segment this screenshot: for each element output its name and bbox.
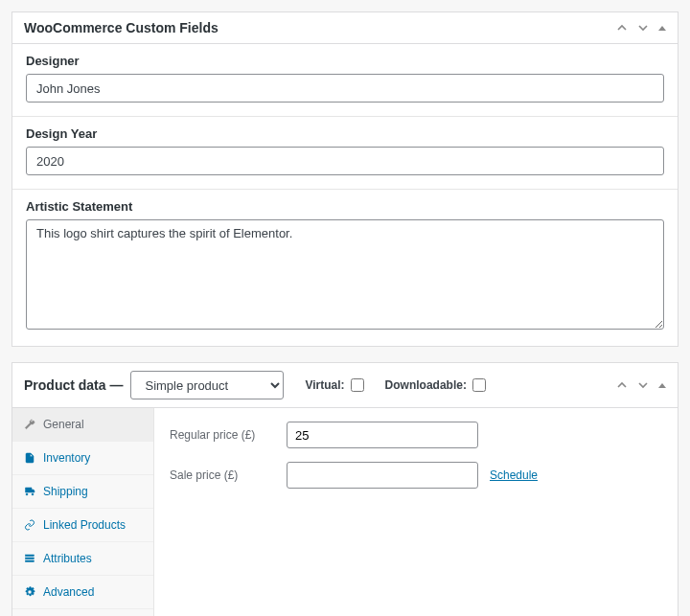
design-year-input[interactable] bbox=[26, 147, 664, 175]
artistic-statement-textarea[interactable]: This logo shirt captures the spirit of E… bbox=[26, 219, 664, 330]
tab-advanced[interactable]: Advanced bbox=[12, 576, 153, 609]
product-data-title-group: Product data — Simple product Virtual: D… bbox=[24, 371, 486, 399]
tab-get-more-options[interactable]: Get more options bbox=[12, 609, 153, 616]
file-icon bbox=[24, 452, 35, 464]
virtual-label: Virtual: bbox=[305, 378, 344, 392]
product-data-body: General Inventory Shipping Linked Produc… bbox=[12, 408, 678, 616]
artistic-statement-label: Artistic Statement bbox=[26, 199, 664, 214]
truck-icon bbox=[24, 486, 35, 497]
tab-inventory-label: Inventory bbox=[43, 451, 90, 465]
tab-linked-products[interactable]: Linked Products bbox=[12, 509, 153, 542]
panel-controls bbox=[616, 22, 666, 34]
designer-label: Designer bbox=[26, 54, 664, 68]
general-tab-content: Regular price (£) Sale price (£) Schedul… bbox=[154, 408, 678, 616]
chevron-up-icon[interactable] bbox=[616, 22, 628, 34]
custom-fields-header: WooCommerce Custom Fields bbox=[12, 12, 678, 44]
custom-fields-panel: WooCommerce Custom Fields Designer Desig… bbox=[12, 11, 678, 347]
regular-price-row: Regular price (£) bbox=[170, 422, 662, 448]
tab-advanced-label: Advanced bbox=[43, 585, 94, 599]
product-tabs: General Inventory Shipping Linked Produc… bbox=[12, 408, 154, 616]
product-type-select[interactable]: Simple product bbox=[130, 371, 284, 399]
tab-general[interactable]: General bbox=[12, 408, 153, 442]
chevron-up-icon[interactable] bbox=[616, 379, 628, 391]
tab-inventory[interactable]: Inventory bbox=[12, 442, 153, 475]
product-data-panel: Product data — Simple product Virtual: D… bbox=[12, 362, 678, 616]
tab-general-label: General bbox=[43, 418, 84, 431]
panel-controls bbox=[616, 379, 666, 391]
svg-rect-0 bbox=[26, 555, 34, 557]
schedule-link[interactable]: Schedule bbox=[490, 468, 538, 482]
tab-attributes-label: Attributes bbox=[43, 552, 92, 565]
wrench-icon bbox=[24, 419, 35, 430]
custom-fields-title: WooCommerce Custom Fields bbox=[24, 20, 218, 35]
tab-shipping-label: Shipping bbox=[43, 485, 88, 498]
gear-icon bbox=[24, 586, 35, 598]
product-data-title: Product data — bbox=[24, 377, 123, 393]
downloadable-label: Downloadable: bbox=[385, 378, 467, 392]
collapse-toggle-icon[interactable] bbox=[658, 26, 666, 31]
tab-shipping[interactable]: Shipping bbox=[12, 475, 153, 509]
list-icon bbox=[24, 553, 35, 564]
sale-price-label: Sale price (£) bbox=[170, 468, 275, 482]
svg-rect-2 bbox=[26, 560, 34, 562]
design-year-field-block: Design Year bbox=[12, 117, 678, 190]
product-data-header: Product data — Simple product Virtual: D… bbox=[12, 363, 678, 408]
sale-price-row: Sale price (£) Schedule bbox=[170, 462, 662, 489]
chevron-down-icon[interactable] bbox=[637, 379, 649, 391]
designer-input[interactable] bbox=[26, 74, 664, 103]
downloadable-checkbox-group: Downloadable: bbox=[385, 378, 486, 392]
regular-price-label: Regular price (£) bbox=[170, 428, 275, 442]
downloadable-checkbox[interactable] bbox=[472, 378, 486, 392]
chevron-down-icon[interactable] bbox=[637, 22, 649, 34]
sale-price-input[interactable] bbox=[287, 462, 478, 489]
tab-linked-products-label: Linked Products bbox=[43, 518, 126, 532]
artistic-statement-field-block: Artistic Statement This logo shirt captu… bbox=[12, 190, 678, 346]
virtual-checkbox[interactable] bbox=[351, 378, 364, 392]
svg-rect-1 bbox=[26, 558, 34, 559]
collapse-toggle-icon[interactable] bbox=[658, 383, 666, 388]
tab-attributes[interactable]: Attributes bbox=[12, 542, 153, 576]
virtual-checkbox-group: Virtual: bbox=[305, 378, 363, 392]
link-icon bbox=[24, 519, 35, 531]
regular-price-input[interactable] bbox=[287, 422, 478, 448]
design-year-label: Design Year bbox=[26, 126, 664, 141]
designer-field-block: Designer bbox=[12, 44, 678, 117]
